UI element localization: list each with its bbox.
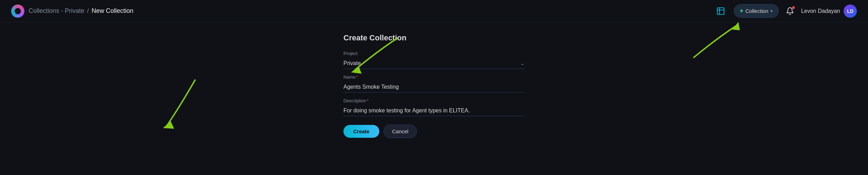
form-actions: Create Cancel — [343, 125, 525, 138]
navbar: Collections - Private / New Collection +… — [0, 0, 868, 22]
create-collection-panel: Create Collection Project Private ⌄ Name… — [343, 33, 525, 138]
breadcrumb-separator: / — [87, 7, 89, 15]
collection-button-label: Collection — [745, 8, 768, 14]
plugin-icon-button[interactable] — [714, 5, 727, 17]
main-content: Create Collection Project Private ⌄ Name… — [0, 22, 868, 138]
breadcrumb-parent[interactable]: Collections - Private — [29, 7, 84, 15]
user-name: Levon Dadayan — [801, 8, 840, 14]
nav-left: Collections - Private / New Collection — [11, 5, 133, 18]
breadcrumb: Collections - Private / New Collection — [29, 7, 133, 15]
breadcrumb-current: New Collection — [92, 7, 133, 15]
add-collection-button[interactable]: + Collection ▾ — [734, 4, 779, 18]
project-value: Private — [343, 60, 361, 66]
name-label: Name — [343, 74, 525, 80]
notification-dot — [792, 6, 795, 9]
create-button[interactable]: Create — [343, 125, 379, 138]
form-title: Create Collection — [343, 33, 525, 42]
cancel-button[interactable]: Cancel — [383, 125, 417, 138]
name-input[interactable] — [343, 82, 525, 93]
project-chevron-icon: ⌄ — [520, 61, 525, 66]
plus-icon: + — [740, 7, 744, 15]
chevron-down-icon: ▾ — [770, 8, 773, 14]
project-group: Project Private ⌄ — [343, 51, 525, 69]
plugin-icon — [716, 7, 725, 16]
project-label: Project — [343, 51, 525, 56]
name-group: Name — [343, 74, 525, 93]
avatar: LD — [844, 5, 857, 18]
nav-right: + Collection ▾ Levon Dadayan LD — [714, 4, 857, 18]
description-label: Description — [343, 98, 525, 103]
app-logo-inner — [15, 8, 21, 14]
user-info[interactable]: Levon Dadayan LD — [801, 5, 857, 18]
project-select[interactable]: Private ⌄ — [343, 58, 525, 69]
description-group: Description — [343, 98, 525, 116]
app-logo[interactable] — [11, 5, 24, 18]
notification-button[interactable] — [786, 7, 794, 15]
description-input[interactable] — [343, 105, 525, 116]
